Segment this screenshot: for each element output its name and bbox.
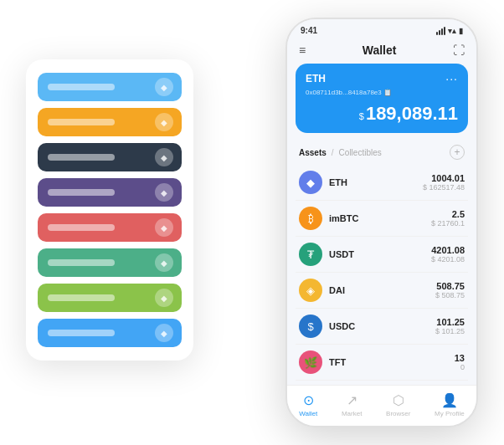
scene: ◆ ◆ ◆ ◆ ◆ ◆ ◆ ◆ 9:41 — [9, 9, 495, 436]
color-row-label-0 — [48, 84, 115, 90]
asset-usd-tft: 0 — [455, 363, 465, 371]
wallet-nav-icon: ⊙ — [303, 392, 314, 408]
color-row-icon-2: ◆ — [155, 148, 173, 166]
color-row-label-2 — [48, 154, 115, 161]
color-row-icon-5: ◆ — [155, 253, 173, 272]
asset-item-usdc[interactable]: $ USDC 101.25 $ 101.25 — [296, 309, 468, 345]
color-row-1: ◆ — [38, 108, 182, 136]
phone-header: ≡ Wallet ⛶ — [287, 38, 476, 64]
asset-amounts-tft: 13 0 — [455, 353, 465, 371]
color-row-label-6 — [48, 294, 115, 301]
color-row-icon-1: ◆ — [155, 113, 173, 131]
asset-amount-usdc: 101.25 — [435, 317, 465, 327]
bottom-nav: ⊙ Wallet ↗ Market ⬡ Browser 👤 My Profile — [287, 385, 476, 426]
eth-card-header: ETH ··· — [306, 72, 458, 85]
asset-amounts-usdt: 4201.08 $ 4201.08 — [431, 245, 465, 263]
assets-tab-divider: / — [332, 148, 334, 157]
status-icons: ▾▴ ▮ — [436, 27, 463, 35]
color-row-icon-0: ◆ — [155, 78, 173, 96]
wallet-nav-label: Wallet — [299, 410, 317, 417]
asset-name-imbtc: imBTC — [329, 213, 424, 223]
profile-nav-icon: 👤 — [441, 392, 458, 408]
asset-amount-eth: 1004.01 — [423, 173, 465, 183]
asset-amount-imbtc: 2.5 — [431, 209, 465, 219]
asset-amounts-eth: 1004.01 $ 162517.48 — [423, 173, 465, 192]
color-row-7: ◆ — [38, 319, 182, 347]
asset-amount-usdt: 4201.08 — [431, 245, 465, 255]
browser-nav-label: Browser — [386, 410, 410, 417]
asset-icon-tft: 🌿 — [299, 350, 322, 374]
asset-name-usdt: USDT — [329, 249, 424, 259]
asset-icon-dai: ◈ — [299, 279, 322, 302]
color-row-icon-7: ◆ — [155, 324, 173, 342]
assets-add-button[interactable]: + — [450, 145, 465, 160]
phone-mockup: 9:41 ▾▴ ▮ ≡ Wallet ⛶ ETH ··· — [285, 18, 478, 427]
asset-usd-usdt: $ 4201.08 — [431, 255, 465, 263]
color-row-icon-3: ◆ — [155, 183, 173, 202]
color-row-6: ◆ — [38, 284, 182, 312]
asset-icon-usdt: ₮ — [299, 243, 322, 266]
asset-name-tft: TFT — [329, 357, 448, 367]
browser-nav-icon: ⬡ — [393, 392, 404, 408]
wifi-icon: ▾▴ — [448, 27, 456, 35]
asset-amounts-dai: 508.75 $ 508.75 — [435, 281, 465, 299]
eth-card-menu[interactable]: ··· — [445, 72, 458, 85]
asset-item-eth[interactable]: ◆ ETH 1004.01 $ 162517.48 — [296, 165, 468, 201]
asset-usd-usdc: $ 101.25 — [435, 327, 465, 335]
status-bar: 9:41 ▾▴ ▮ — [287, 19, 476, 38]
color-row-2: ◆ — [38, 143, 182, 171]
color-row-label-4 — [48, 224, 115, 231]
color-row-icon-4: ◆ — [155, 218, 173, 237]
color-row-0: ◆ — [38, 73, 182, 101]
eth-card[interactable]: ETH ··· 0x08711d3b...8418a78e3 📋 $189,08… — [296, 64, 468, 133]
asset-item-dai[interactable]: ◈ DAI 508.75 $ 508.75 — [296, 273, 468, 309]
asset-icon-imbtc: ₿ — [299, 207, 322, 230]
asset-usd-dai: $ 508.75 — [435, 291, 465, 299]
market-nav-icon: ↗ — [347, 392, 357, 408]
asset-name-usdc: USDC — [329, 321, 429, 331]
profile-nav-label: My Profile — [435, 410, 465, 417]
asset-usd-eth: $ 162517.48 — [423, 183, 465, 192]
asset-item-tft[interactable]: 🌿 TFT 13 0 — [296, 345, 468, 381]
asset-icon-usdc: $ — [299, 315, 322, 338]
color-row-label-5 — [48, 259, 115, 266]
assets-header: Assets / Collectibles + — [287, 141, 476, 165]
status-time: 9:41 — [301, 26, 317, 35]
menu-icon[interactable]: ≡ — [299, 43, 306, 57]
nav-profile[interactable]: 👤 My Profile — [435, 392, 465, 417]
bg-card: ◆ ◆ ◆ ◆ ◆ ◆ ◆ ◆ — [26, 59, 193, 361]
asset-amount-tft: 13 — [455, 353, 465, 363]
market-nav-label: Market — [342, 410, 362, 417]
assets-tab-collectibles[interactable]: Collectibles — [339, 148, 382, 157]
nav-market[interactable]: ↗ Market — [342, 392, 362, 417]
asset-amount-dai: 508.75 — [435, 281, 465, 291]
nav-wallet[interactable]: ⊙ Wallet — [299, 392, 317, 417]
signal-icon — [436, 27, 445, 35]
color-row-label-1 — [48, 119, 115, 125]
eth-card-address: 0x08711d3b...8418a78e3 📋 — [306, 89, 458, 96]
page-title: Wallet — [363, 43, 397, 57]
color-row-5: ◆ — [38, 248, 182, 277]
asset-list: ◆ ETH 1004.01 $ 162517.48 ₿ imBTC 2.5 $ … — [287, 165, 476, 385]
color-row-icon-6: ◆ — [155, 289, 173, 307]
color-row-3: ◆ — [38, 178, 182, 207]
asset-amounts-usdc: 101.25 $ 101.25 — [435, 317, 465, 335]
asset-amounts-imbtc: 2.5 $ 21760.1 — [431, 209, 465, 228]
asset-name-eth: ETH — [329, 177, 416, 187]
color-row-4: ◆ — [38, 213, 182, 242]
assets-tab-active[interactable]: Assets — [299, 148, 327, 157]
nav-browser[interactable]: ⬡ Browser — [386, 392, 410, 417]
eth-card-balance-value: 189,089.11 — [366, 103, 458, 124]
asset-usd-imbtc: $ 21760.1 — [431, 219, 465, 228]
expand-icon[interactable]: ⛶ — [453, 43, 465, 57]
asset-item-usdt[interactable]: ₮ USDT 4201.08 $ 4201.08 — [296, 237, 468, 273]
color-row-label-7 — [48, 330, 115, 336]
asset-name-dai: DAI — [329, 285, 429, 295]
eth-card-balance: $189,089.11 — [306, 103, 458, 125]
eth-card-title: ETH — [306, 73, 326, 84]
color-row-label-3 — [48, 189, 115, 196]
battery-icon: ▮ — [459, 27, 463, 35]
asset-icon-eth: ◆ — [299, 171, 322, 194]
asset-item-imbtc[interactable]: ₿ imBTC 2.5 $ 21760.1 — [296, 201, 468, 237]
assets-tabs: Assets / Collectibles — [299, 148, 382, 157]
